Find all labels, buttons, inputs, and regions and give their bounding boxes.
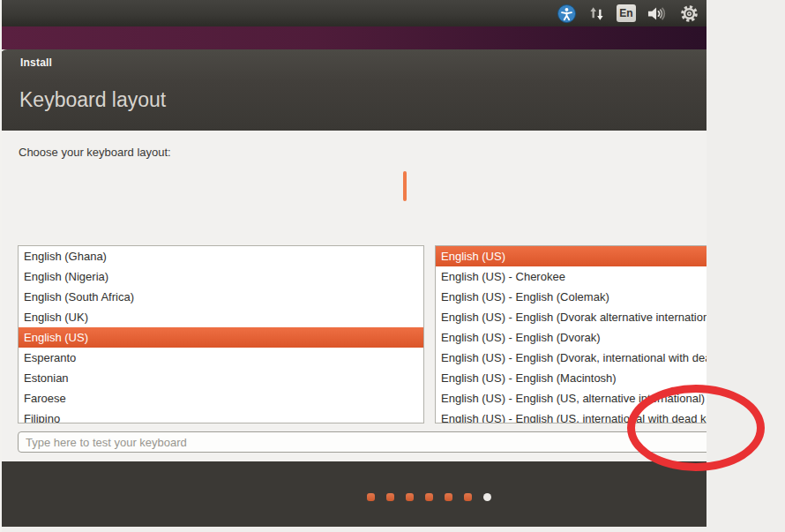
progress-dot xyxy=(445,493,452,501)
accessibility-icon[interactable] xyxy=(557,4,577,24)
list-item[interactable]: English (UK) xyxy=(19,307,423,327)
session-gear-icon[interactable] xyxy=(679,4,699,24)
page-title: Keyboard layout xyxy=(19,88,166,112)
keyboard-test-input[interactable] xyxy=(18,431,706,453)
list-item[interactable]: English (US) - English (Colemak) xyxy=(436,287,706,307)
list-item[interactable]: English (US) - English (Macintosh) xyxy=(436,368,706,388)
layout-list-scrollbar[interactable] xyxy=(403,171,407,201)
list-item[interactable]: English (Nigeria) xyxy=(19,266,423,287)
window-content: Choose your keyboard layout: English (Gh… xyxy=(0,131,706,461)
progress-dot xyxy=(367,493,375,501)
desktop-wallpaper-strip xyxy=(0,26,706,49)
progress-dot xyxy=(386,493,394,501)
installer-window: Install Keyboard layout Choose your keyb… xyxy=(0,49,706,527)
window-header: Install Keyboard layout xyxy=(0,49,706,131)
progress-dot xyxy=(425,493,433,501)
top-panel: En xyxy=(0,0,706,26)
list-item[interactable]: Estonian xyxy=(19,368,423,388)
keyboard-layout-indicator[interactable]: En xyxy=(617,4,636,22)
keyboard-variant-list[interactable]: English (US)English (US) - CherokeeEngli… xyxy=(435,245,706,423)
progress-dots xyxy=(367,493,491,501)
list-item[interactable]: English (Ghana) xyxy=(19,246,423,266)
list-item[interactable]: English (US) - English (Dvorak) xyxy=(436,327,706,348)
list-item[interactable]: English (US) - English (Dvorak, internat… xyxy=(436,348,706,368)
keyboard-layout-list[interactable]: English (Ghana)English (Nigeria)English … xyxy=(18,245,424,423)
progress-dot-current xyxy=(483,493,491,501)
progress-dot xyxy=(464,493,472,501)
list-item[interactable]: English (US) xyxy=(19,327,423,348)
list-item[interactable]: Faroese xyxy=(19,388,423,408)
list-item[interactable]: English (US) - Cherokee xyxy=(436,266,706,287)
list-item[interactable]: English (US) - English (Dvorak alternati… xyxy=(436,307,706,327)
list-item[interactable]: Esperanto xyxy=(19,348,423,368)
screen-left-edge xyxy=(0,0,2,532)
list-item[interactable]: Filipino xyxy=(19,408,423,423)
list-item[interactable]: English (US) xyxy=(436,246,706,266)
list-item[interactable]: English (US) - English (US, internationa… xyxy=(436,408,706,423)
updown-arrows-icon[interactable] xyxy=(587,4,607,24)
choose-layout-label: Choose your keyboard layout: xyxy=(19,146,171,159)
progress-dot xyxy=(406,493,414,501)
list-item[interactable]: English (US) - English (US, alternative … xyxy=(436,388,706,408)
window-footer xyxy=(0,461,706,527)
volume-icon[interactable] xyxy=(646,4,669,24)
window-title: Install xyxy=(20,56,52,69)
list-item[interactable]: English (South Africa) xyxy=(19,287,423,307)
